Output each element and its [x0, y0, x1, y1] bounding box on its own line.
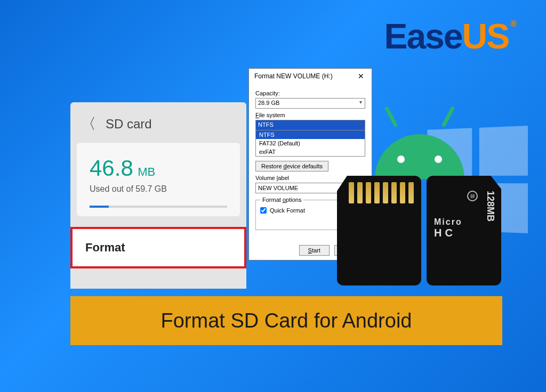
- dialog-titlebar: Format NEW VOLUME (H:) ✕: [249, 69, 372, 84]
- class-mark: ⑩: [467, 191, 478, 201]
- quick-format-label: Quick Format: [270, 207, 305, 214]
- title-banner: Format SD Card for Android: [70, 296, 502, 345]
- filesystem-dropdown: NTFS FAT32 (Default) exFAT: [255, 130, 365, 157]
- panel-header: 〈 SD card: [70, 102, 246, 143]
- format-option[interactable]: Format: [70, 227, 246, 268]
- logo-part1: Ease: [384, 17, 462, 56]
- used-value: 46.8: [90, 156, 133, 181]
- fs-option-exfat[interactable]: exFAT: [256, 148, 365, 156]
- used-subtext: Used out of 59.7 GB: [90, 184, 227, 194]
- sd-capacity: 128MB: [485, 191, 496, 222]
- start-button[interactable]: Start: [299, 245, 330, 256]
- logo-part2: US: [462, 17, 509, 56]
- capacity-select[interactable]: 28.9 GB: [255, 98, 365, 109]
- used-amount: 46.8 MB: [90, 156, 227, 181]
- filesystem-selected: NTFS: [255, 120, 365, 130]
- easeus-logo: EaseUS®: [384, 16, 514, 56]
- dialog-title: Format NEW VOLUME (H:): [254, 72, 333, 80]
- fs-option-ntfs[interactable]: NTFS: [256, 130, 365, 139]
- capacity-value: 28.9 GB: [255, 98, 365, 109]
- fs-option-fat32[interactable]: FAT32 (Default): [256, 139, 365, 148]
- format-options-label: Format options: [260, 197, 303, 203]
- banner-text: Format SD Card for Android: [161, 309, 412, 332]
- android-icon: [369, 110, 470, 179]
- usage-bar: [90, 206, 227, 208]
- used-unit: MB: [138, 165, 155, 178]
- android-sd-panel: 〈 SD card 46.8 MB Used out of 59.7 GB Fo…: [70, 102, 246, 289]
- registered-mark: ®: [510, 19, 516, 28]
- restore-defaults-button[interactable]: Restore device defaults: [255, 161, 328, 172]
- panel-title: SD card: [106, 117, 152, 132]
- sd-card-front: [337, 176, 421, 285]
- capacity-label: Capacity:: [255, 90, 365, 96]
- back-icon[interactable]: 〈: [81, 114, 96, 134]
- sd-brand: Micro HC: [434, 217, 462, 239]
- quick-format-checkbox[interactable]: [260, 207, 267, 214]
- close-icon[interactable]: ✕: [355, 72, 367, 80]
- storage-card: 46.8 MB Used out of 59.7 GB: [77, 143, 240, 216]
- micro-sd-card: ⑩ 128MB Micro HC: [427, 176, 501, 285]
- filesystem-select[interactable]: NTFS: [255, 120, 365, 130]
- filesystem-label: FFile systemile system: [255, 112, 365, 118]
